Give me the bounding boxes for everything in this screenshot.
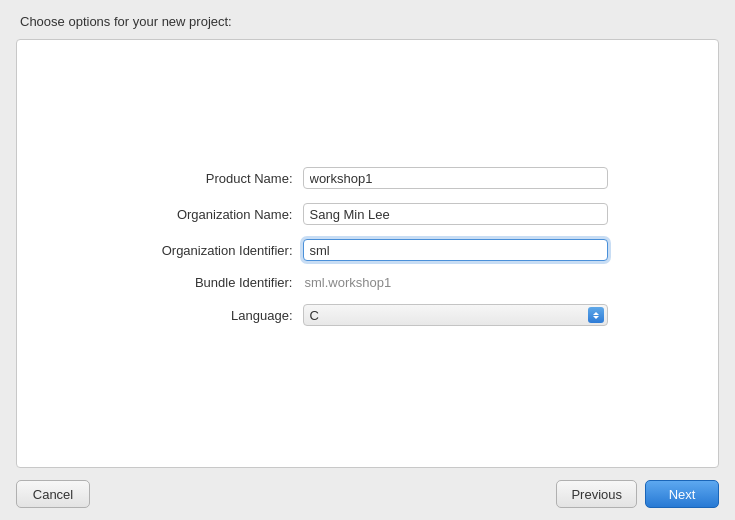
- page-title: Choose options for your new project:: [20, 14, 232, 29]
- bundle-identifier-value: sml.workshop1: [303, 275, 608, 290]
- main-panel: Product Name: Organization Name: Organiz…: [16, 39, 719, 468]
- footer-right: Previous Next: [556, 480, 719, 508]
- organization-name-label: Organization Name:: [128, 207, 303, 222]
- bundle-identifier-label: Bundle Identifier:: [128, 275, 303, 290]
- language-select[interactable]: C C++ Objective-C Swift: [303, 304, 608, 326]
- footer-bar: Cancel Previous Next: [0, 468, 735, 520]
- bundle-identifier-row: Bundle Identifier: sml.workshop1: [128, 275, 608, 290]
- organization-name-input[interactable]: [303, 203, 608, 225]
- language-select-wrapper: C C++ Objective-C Swift: [303, 304, 608, 326]
- product-name-input[interactable]: [303, 167, 608, 189]
- organization-name-row: Organization Name:: [128, 203, 608, 225]
- organization-identifier-input[interactable]: [303, 239, 608, 261]
- previous-button[interactable]: Previous: [556, 480, 637, 508]
- organization-identifier-row: Organization Identifier:: [128, 239, 608, 261]
- language-row: Language: C C++ Objective-C Swift: [128, 304, 608, 326]
- product-name-label: Product Name:: [128, 171, 303, 186]
- next-button[interactable]: Next: [645, 480, 719, 508]
- footer-left: Cancel: [16, 480, 90, 508]
- cancel-button[interactable]: Cancel: [16, 480, 90, 508]
- language-label: Language:: [128, 308, 303, 323]
- organization-identifier-label: Organization Identifier:: [128, 243, 303, 258]
- header: Choose options for your new project:: [0, 0, 735, 39]
- product-name-row: Product Name:: [128, 167, 608, 189]
- form-container: Product Name: Organization Name: Organiz…: [17, 167, 718, 340]
